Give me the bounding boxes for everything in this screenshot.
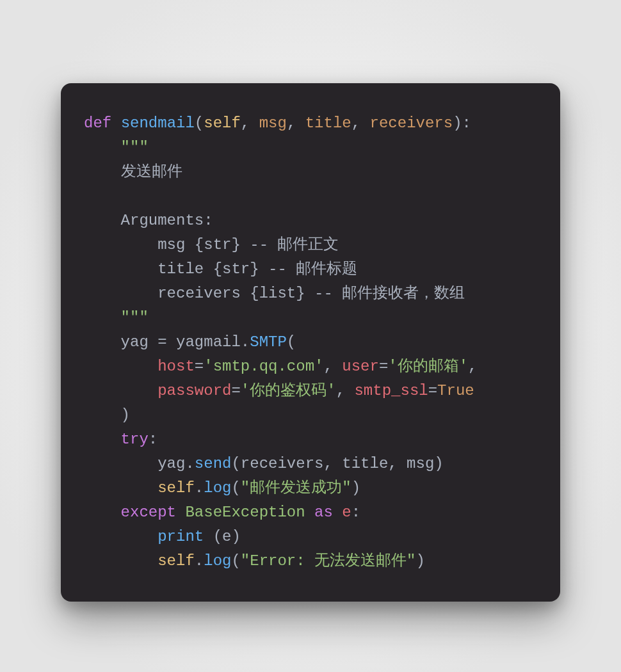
arg-receivers: receivers, title, msg bbox=[241, 455, 434, 472]
param-msg: msg bbox=[259, 115, 287, 132]
var-e: e bbox=[342, 504, 351, 521]
print-args: (e) bbox=[213, 528, 241, 545]
fn-sendmail: sendmail bbox=[121, 115, 195, 132]
smtp-open: ( bbox=[287, 333, 296, 351]
doc-arg-recv: receivers {list} -- 邮件接收者，数组 bbox=[157, 285, 465, 302]
send-open: ( bbox=[231, 455, 240, 472]
str-log-err: "Error: 无法发送邮件" bbox=[241, 552, 416, 570]
self-1: self bbox=[204, 115, 241, 132]
eq-2: = bbox=[379, 358, 388, 375]
self-2: self bbox=[157, 479, 195, 497]
paren-close-colon: ): bbox=[453, 115, 471, 132]
docstring-open: """ bbox=[121, 139, 149, 156]
colon-1: : bbox=[149, 431, 157, 448]
code-block: def sendmail(self, msg, title, receivers… bbox=[84, 111, 537, 573]
space-1 bbox=[204, 528, 213, 545]
str-user: '你的邮箱' bbox=[388, 358, 468, 375]
comma-2: , bbox=[287, 115, 305, 132]
dot-1: . bbox=[195, 479, 204, 497]
smtp-close: ) bbox=[121, 406, 130, 424]
eq-1: = bbox=[195, 358, 204, 375]
log-open-2: ( bbox=[231, 552, 240, 570]
doc-arg-title: title {str} -- 邮件标题 bbox=[157, 260, 357, 278]
str-host: 'smtp.qq.com' bbox=[204, 358, 323, 375]
docstring-close: """ bbox=[121, 309, 149, 326]
comma-4: , bbox=[323, 358, 342, 375]
log-open-1: ( bbox=[231, 479, 240, 497]
fn-smtp: SMTP bbox=[250, 333, 287, 351]
doc-arg-msg: msg {str} -- 邮件正文 bbox=[157, 236, 339, 253]
fn-print: print bbox=[157, 528, 204, 545]
kw-host: host bbox=[157, 358, 195, 375]
param-title: title bbox=[305, 115, 351, 132]
send-close: ) bbox=[434, 455, 443, 472]
kw-def: def bbox=[84, 115, 111, 132]
fn-send: send bbox=[195, 455, 232, 472]
kw-except: except bbox=[121, 504, 176, 521]
kw-user: user bbox=[342, 358, 379, 375]
kw-password: password bbox=[157, 382, 231, 399]
code-card: def sendmail(self, msg, title, receivers… bbox=[61, 83, 560, 602]
comma-3: , bbox=[351, 115, 370, 132]
eq-3: = bbox=[231, 382, 240, 399]
param-receivers: receivers bbox=[370, 115, 453, 132]
cls-baseexc: BaseException bbox=[185, 504, 305, 521]
doc-line1: 发送邮件 bbox=[121, 163, 182, 180]
doc-args: Arguments: bbox=[121, 212, 213, 229]
paren-open: ( bbox=[195, 115, 204, 132]
eq-4: = bbox=[428, 382, 437, 399]
str-pass: '你的鉴权码' bbox=[241, 382, 336, 399]
str-log-ok: "邮件发送成功" bbox=[241, 479, 351, 497]
comma-6: , bbox=[336, 382, 355, 399]
kw-ssl: smtp_ssl bbox=[354, 382, 428, 399]
log-close-2: ) bbox=[415, 552, 424, 570]
yag-assign: yag = yagmail. bbox=[121, 333, 250, 351]
comma-5: , bbox=[468, 358, 477, 375]
log-close-1: ) bbox=[351, 479, 360, 497]
fn-log-1: log bbox=[204, 479, 231, 497]
kw-try: try bbox=[121, 431, 149, 448]
self-3: self bbox=[157, 552, 195, 570]
fn-log-2: log bbox=[204, 552, 231, 570]
comma-1: , bbox=[241, 115, 259, 132]
yag-send-pre: yag. bbox=[157, 455, 195, 472]
kw-as: as bbox=[314, 504, 333, 521]
bool-true: True bbox=[437, 382, 474, 399]
dot-2: . bbox=[195, 552, 204, 570]
colon-2: : bbox=[351, 504, 360, 521]
